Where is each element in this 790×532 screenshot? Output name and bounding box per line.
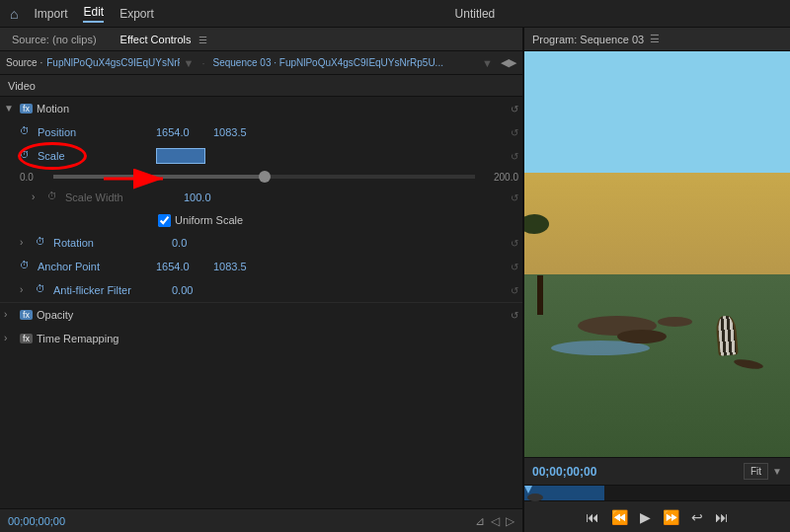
effect-controls-footer: 00;00;00;00 ⊿ ◁ ▷ xyxy=(0,508,522,532)
scale-stopwatch[interactable]: ⏱ xyxy=(20,149,34,163)
fx-badge-motion: fx xyxy=(20,104,33,114)
motion-label[interactable]: Motion xyxy=(37,103,507,114)
animal-3 xyxy=(734,357,764,370)
effects-spacer xyxy=(0,350,522,508)
program-timecode: 00;00;00;00 xyxy=(532,465,596,479)
scale-width-stopwatch[interactable]: ⏱ xyxy=(47,190,61,204)
program-ruler xyxy=(524,485,790,500)
program-header: Program: Sequence 03 ☰ xyxy=(524,28,790,51)
fx-badge-opacity: fx xyxy=(20,310,33,320)
uniform-scale-row: Uniform Scale xyxy=(0,209,522,231)
ctrl-to-start[interactable]: ⏮ xyxy=(586,509,599,525)
tab-source[interactable]: Source: (no clips) xyxy=(8,32,101,47)
motion-row: ▼ fx Motion ↺ xyxy=(0,97,522,120)
scale-width-label[interactable]: Scale Width xyxy=(65,191,184,203)
fit-controls: Fit ▼ xyxy=(744,463,782,480)
anti-flicker-stopwatch[interactable]: ⏱ xyxy=(36,283,49,297)
program-playhead-dot xyxy=(527,494,543,501)
anchor-reset[interactable]: ↺ xyxy=(511,262,518,272)
rotation-value[interactable]: 0.0 xyxy=(172,237,221,249)
tab-menu-icon[interactable]: ☰ xyxy=(198,35,207,45)
seq-arrow: ▼ xyxy=(482,57,493,69)
menu-bar: ⌂ Import Edit Export Untitled xyxy=(0,0,790,28)
scale-min: 0.0 xyxy=(20,172,49,183)
anchor-stopwatch[interactable]: ⏱ xyxy=(20,260,34,273)
right-panel: Program: Sequence 03 ☰ 00; xyxy=(523,28,790,532)
scale-width-row: › ⏱ Scale Width 100.0 ↺ xyxy=(0,186,522,209)
animal-2 xyxy=(658,317,692,327)
source-label: Source · xyxy=(6,57,42,68)
position-x[interactable]: 1654.0 xyxy=(156,126,205,138)
tab-effect-controls[interactable]: Effect Controls ☰ xyxy=(117,32,211,47)
position-reset[interactable]: ↺ xyxy=(511,127,518,138)
next-keyframe-icon[interactable]: ▷ xyxy=(506,514,514,528)
position-y[interactable]: 1083.5 xyxy=(213,126,263,138)
rotation-stopwatch[interactable]: ⏱ xyxy=(36,236,49,250)
source-separator: ▼ xyxy=(184,57,195,69)
program-timecode-bar: 00;00;00;00 Fit ▼ xyxy=(524,457,790,485)
tree-top xyxy=(524,214,549,234)
rotation-expand[interactable]: › xyxy=(20,237,32,249)
anti-flicker-label[interactable]: Anti-flicker Filter xyxy=(53,284,172,296)
anchor-point-row: ⏱ Anchor Point 1654.0 1083.5 ↺ xyxy=(0,255,522,278)
zebra-stripes xyxy=(717,316,736,356)
ctrl-step-fwd[interactable]: ⏩ xyxy=(663,509,679,525)
source-dropdown[interactable]: FupNlPoQuX4gsC9IEqUYsNrRpSUTsztq1U... xyxy=(46,57,179,68)
position-label[interactable]: Position xyxy=(38,126,156,138)
fit-dropdown[interactable]: Fit xyxy=(744,463,768,480)
filter-icon[interactable]: ⊿ xyxy=(475,514,485,528)
time-remapping-row: › fx Time Remapping xyxy=(0,327,522,350)
scale-width-reset[interactable]: ↺ xyxy=(511,192,518,203)
ctrl-to-end[interactable]: ⏭ xyxy=(715,509,729,525)
source-sep: · xyxy=(201,57,204,69)
uniform-scale-checkbox[interactable] xyxy=(158,214,171,227)
footer-timecode: 00;00;00;00 xyxy=(8,515,65,527)
anti-flicker-expand[interactable]: › xyxy=(20,284,32,296)
anti-flicker-value[interactable]: 0.00 xyxy=(172,284,221,296)
motion-group: ▼ fx Motion ↺ ⏱ Position 1654.0 1083.5 ↺ xyxy=(0,97,522,303)
menu-export[interactable]: Export xyxy=(119,7,154,21)
footer-icons: ⊿ ◁ ▷ xyxy=(475,514,514,528)
scale-row: ⏱ Scale 100.0 ↺ xyxy=(0,144,522,168)
source-scroll: ◀▶ xyxy=(501,56,516,69)
scale-input[interactable]: 100.0 xyxy=(156,148,205,164)
ctrl-play-stop[interactable]: ▶ xyxy=(640,509,651,525)
motion-reset[interactable]: ↺ xyxy=(511,104,518,114)
opacity-expand[interactable]: › xyxy=(4,309,16,321)
prev-keyframe-icon[interactable]: ◁ xyxy=(491,514,500,528)
panel-tabs: Source: (no clips) Effect Controls ☰ xyxy=(0,28,522,51)
ctrl-loop[interactable]: ↩ xyxy=(691,509,703,525)
scale-width-expand[interactable]: › xyxy=(32,191,43,203)
menu-edit[interactable]: Edit xyxy=(83,5,104,23)
scale-slider-track[interactable] xyxy=(53,175,475,179)
main-layout: Source: (no clips) Effect Controls ☰ Sou… xyxy=(0,28,790,532)
anchor-x[interactable]: 1654.0 xyxy=(156,261,205,272)
fit-arrow[interactable]: ▼ xyxy=(772,466,782,477)
rotation-label[interactable]: Rotation xyxy=(53,237,172,249)
position-stopwatch[interactable]: ⏱ xyxy=(20,125,34,139)
scale-width-value[interactable]: 100.0 xyxy=(184,191,233,203)
menu-import[interactable]: Import xyxy=(34,7,67,21)
rotation-row: › ⏱ Rotation 0.0 ↺ xyxy=(0,231,522,255)
anchor-label[interactable]: Anchor Point xyxy=(38,261,156,272)
home-icon[interactable]: ⌂ xyxy=(10,6,18,22)
rotation-reset[interactable]: ↺ xyxy=(511,238,518,249)
zebra-body xyxy=(715,315,738,356)
motion-expand[interactable]: ▼ xyxy=(4,103,16,114)
scale-max: 200.0 xyxy=(479,172,518,183)
scale-label[interactable]: Scale xyxy=(38,150,156,162)
time-remapping-label[interactable]: Time Remapping xyxy=(37,333,518,344)
anti-flicker-reset[interactable]: ↺ xyxy=(511,285,518,296)
opacity-reset[interactable]: ↺ xyxy=(511,310,518,321)
animal-1 xyxy=(617,330,667,343)
opacity-label[interactable]: Opacity xyxy=(37,309,507,321)
sequence-label[interactable]: Sequence 03 · FupNlPoQuX4gsC9IEqUYsNrRp5… xyxy=(213,57,479,68)
scale-reset[interactable]: ↺ xyxy=(511,151,518,162)
program-menu-icon[interactable]: ☰ xyxy=(650,33,660,45)
ctrl-step-back[interactable]: ⏪ xyxy=(611,509,628,525)
fx-badge-time: fx xyxy=(20,334,33,343)
scale-slider-thumb[interactable] xyxy=(259,171,271,183)
anchor-y[interactable]: 1083.5 xyxy=(213,261,263,272)
anti-flicker-row: › ⏱ Anti-flicker Filter 0.00 ↺ xyxy=(0,278,522,302)
time-remapping-expand[interactable]: › xyxy=(4,333,16,344)
